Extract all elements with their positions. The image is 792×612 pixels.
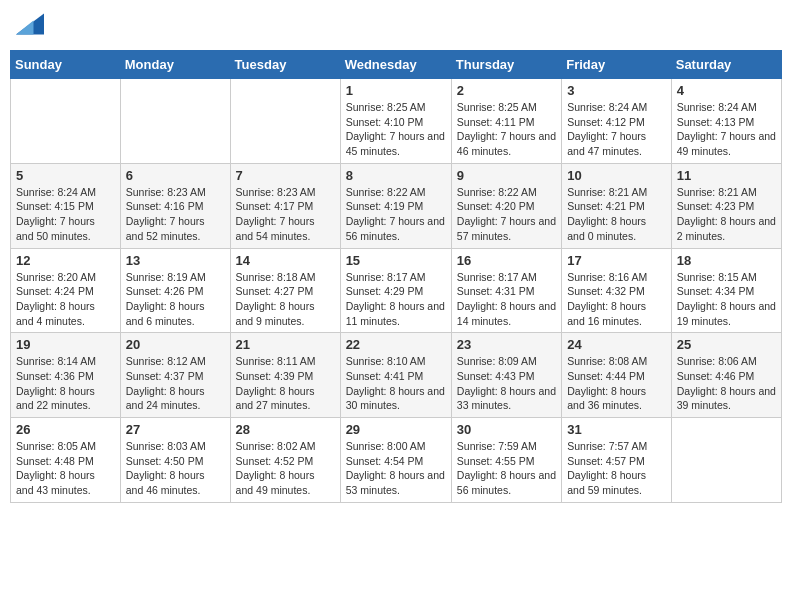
day-info: Sunrise: 8:24 AM Sunset: 4:12 PM Dayligh…	[567, 100, 666, 159]
day-number: 20	[126, 337, 225, 352]
day-info: Sunrise: 8:12 AM Sunset: 4:37 PM Dayligh…	[126, 354, 225, 413]
calendar-cell	[671, 418, 781, 503]
calendar-cell: 21Sunrise: 8:11 AM Sunset: 4:39 PM Dayli…	[230, 333, 340, 418]
day-number: 13	[126, 253, 225, 268]
calendar-week-row: 19Sunrise: 8:14 AM Sunset: 4:36 PM Dayli…	[11, 333, 782, 418]
calendar-week-row: 26Sunrise: 8:05 AM Sunset: 4:48 PM Dayli…	[11, 418, 782, 503]
calendar-cell: 1Sunrise: 8:25 AM Sunset: 4:10 PM Daylig…	[340, 79, 451, 164]
calendar-cell: 24Sunrise: 8:08 AM Sunset: 4:44 PM Dayli…	[562, 333, 672, 418]
day-number: 4	[677, 83, 776, 98]
day-number: 18	[677, 253, 776, 268]
day-number: 24	[567, 337, 666, 352]
day-info: Sunrise: 8:22 AM Sunset: 4:20 PM Dayligh…	[457, 185, 556, 244]
day-info: Sunrise: 8:24 AM Sunset: 4:13 PM Dayligh…	[677, 100, 776, 159]
day-header-thursday: Thursday	[451, 51, 561, 79]
calendar-table: SundayMondayTuesdayWednesdayThursdayFrid…	[10, 50, 782, 503]
svg-marker-1	[16, 21, 34, 35]
calendar-cell: 22Sunrise: 8:10 AM Sunset: 4:41 PM Dayli…	[340, 333, 451, 418]
calendar-week-row: 1Sunrise: 8:25 AM Sunset: 4:10 PM Daylig…	[11, 79, 782, 164]
day-header-wednesday: Wednesday	[340, 51, 451, 79]
calendar-cell: 16Sunrise: 8:17 AM Sunset: 4:31 PM Dayli…	[451, 248, 561, 333]
day-header-saturday: Saturday	[671, 51, 781, 79]
day-number: 16	[457, 253, 556, 268]
day-number: 12	[16, 253, 115, 268]
calendar-cell: 10Sunrise: 8:21 AM Sunset: 4:21 PM Dayli…	[562, 163, 672, 248]
day-number: 5	[16, 168, 115, 183]
day-info: Sunrise: 8:06 AM Sunset: 4:46 PM Dayligh…	[677, 354, 776, 413]
day-info: Sunrise: 8:24 AM Sunset: 4:15 PM Dayligh…	[16, 185, 115, 244]
day-info: Sunrise: 8:21 AM Sunset: 4:23 PM Dayligh…	[677, 185, 776, 244]
calendar-cell: 18Sunrise: 8:15 AM Sunset: 4:34 PM Dayli…	[671, 248, 781, 333]
day-number: 26	[16, 422, 115, 437]
day-info: Sunrise: 7:57 AM Sunset: 4:57 PM Dayligh…	[567, 439, 666, 498]
calendar-week-row: 5Sunrise: 8:24 AM Sunset: 4:15 PM Daylig…	[11, 163, 782, 248]
calendar-cell: 20Sunrise: 8:12 AM Sunset: 4:37 PM Dayli…	[120, 333, 230, 418]
calendar-cell: 25Sunrise: 8:06 AM Sunset: 4:46 PM Dayli…	[671, 333, 781, 418]
day-number: 25	[677, 337, 776, 352]
calendar-cell: 13Sunrise: 8:19 AM Sunset: 4:26 PM Dayli…	[120, 248, 230, 333]
day-number: 1	[346, 83, 446, 98]
day-info: Sunrise: 8:11 AM Sunset: 4:39 PM Dayligh…	[236, 354, 335, 413]
day-info: Sunrise: 8:03 AM Sunset: 4:50 PM Dayligh…	[126, 439, 225, 498]
day-number: 3	[567, 83, 666, 98]
day-info: Sunrise: 8:21 AM Sunset: 4:21 PM Dayligh…	[567, 185, 666, 244]
calendar-cell: 7Sunrise: 8:23 AM Sunset: 4:17 PM Daylig…	[230, 163, 340, 248]
calendar-cell: 30Sunrise: 7:59 AM Sunset: 4:55 PM Dayli…	[451, 418, 561, 503]
day-info: Sunrise: 8:15 AM Sunset: 4:34 PM Dayligh…	[677, 270, 776, 329]
day-number: 7	[236, 168, 335, 183]
calendar-cell: 12Sunrise: 8:20 AM Sunset: 4:24 PM Dayli…	[11, 248, 121, 333]
day-number: 15	[346, 253, 446, 268]
day-info: Sunrise: 8:25 AM Sunset: 4:11 PM Dayligh…	[457, 100, 556, 159]
day-info: Sunrise: 8:18 AM Sunset: 4:27 PM Dayligh…	[236, 270, 335, 329]
day-info: Sunrise: 8:17 AM Sunset: 4:31 PM Dayligh…	[457, 270, 556, 329]
day-number: 6	[126, 168, 225, 183]
day-info: Sunrise: 7:59 AM Sunset: 4:55 PM Dayligh…	[457, 439, 556, 498]
day-info: Sunrise: 8:17 AM Sunset: 4:29 PM Dayligh…	[346, 270, 446, 329]
logo	[14, 10, 44, 42]
day-info: Sunrise: 8:09 AM Sunset: 4:43 PM Dayligh…	[457, 354, 556, 413]
calendar-cell: 14Sunrise: 8:18 AM Sunset: 4:27 PM Dayli…	[230, 248, 340, 333]
calendar-cell: 4Sunrise: 8:24 AM Sunset: 4:13 PM Daylig…	[671, 79, 781, 164]
day-info: Sunrise: 8:22 AM Sunset: 4:19 PM Dayligh…	[346, 185, 446, 244]
day-info: Sunrise: 8:02 AM Sunset: 4:52 PM Dayligh…	[236, 439, 335, 498]
day-number: 30	[457, 422, 556, 437]
calendar-header-row: SundayMondayTuesdayWednesdayThursdayFrid…	[11, 51, 782, 79]
calendar-cell: 11Sunrise: 8:21 AM Sunset: 4:23 PM Dayli…	[671, 163, 781, 248]
page-header	[10, 10, 782, 42]
day-number: 17	[567, 253, 666, 268]
day-number: 8	[346, 168, 446, 183]
day-info: Sunrise: 8:23 AM Sunset: 4:17 PM Dayligh…	[236, 185, 335, 244]
day-header-tuesday: Tuesday	[230, 51, 340, 79]
calendar-cell: 2Sunrise: 8:25 AM Sunset: 4:11 PM Daylig…	[451, 79, 561, 164]
day-info: Sunrise: 8:20 AM Sunset: 4:24 PM Dayligh…	[16, 270, 115, 329]
day-number: 22	[346, 337, 446, 352]
day-number: 11	[677, 168, 776, 183]
calendar-cell: 8Sunrise: 8:22 AM Sunset: 4:19 PM Daylig…	[340, 163, 451, 248]
calendar-cell	[11, 79, 121, 164]
day-header-sunday: Sunday	[11, 51, 121, 79]
day-info: Sunrise: 8:05 AM Sunset: 4:48 PM Dayligh…	[16, 439, 115, 498]
day-info: Sunrise: 8:10 AM Sunset: 4:41 PM Dayligh…	[346, 354, 446, 413]
day-number: 9	[457, 168, 556, 183]
calendar-cell: 29Sunrise: 8:00 AM Sunset: 4:54 PM Dayli…	[340, 418, 451, 503]
day-number: 27	[126, 422, 225, 437]
calendar-cell	[120, 79, 230, 164]
day-info: Sunrise: 8:25 AM Sunset: 4:10 PM Dayligh…	[346, 100, 446, 159]
day-info: Sunrise: 8:23 AM Sunset: 4:16 PM Dayligh…	[126, 185, 225, 244]
calendar-cell: 15Sunrise: 8:17 AM Sunset: 4:29 PM Dayli…	[340, 248, 451, 333]
day-info: Sunrise: 8:19 AM Sunset: 4:26 PM Dayligh…	[126, 270, 225, 329]
day-header-monday: Monday	[120, 51, 230, 79]
calendar-cell: 6Sunrise: 8:23 AM Sunset: 4:16 PM Daylig…	[120, 163, 230, 248]
calendar-cell: 5Sunrise: 8:24 AM Sunset: 4:15 PM Daylig…	[11, 163, 121, 248]
day-info: Sunrise: 8:00 AM Sunset: 4:54 PM Dayligh…	[346, 439, 446, 498]
calendar-cell: 23Sunrise: 8:09 AM Sunset: 4:43 PM Dayli…	[451, 333, 561, 418]
day-number: 10	[567, 168, 666, 183]
calendar-cell: 27Sunrise: 8:03 AM Sunset: 4:50 PM Dayli…	[120, 418, 230, 503]
calendar-cell: 17Sunrise: 8:16 AM Sunset: 4:32 PM Dayli…	[562, 248, 672, 333]
day-number: 21	[236, 337, 335, 352]
calendar-cell: 19Sunrise: 8:14 AM Sunset: 4:36 PM Dayli…	[11, 333, 121, 418]
day-number: 23	[457, 337, 556, 352]
day-header-friday: Friday	[562, 51, 672, 79]
day-number: 28	[236, 422, 335, 437]
calendar-week-row: 12Sunrise: 8:20 AM Sunset: 4:24 PM Dayli…	[11, 248, 782, 333]
